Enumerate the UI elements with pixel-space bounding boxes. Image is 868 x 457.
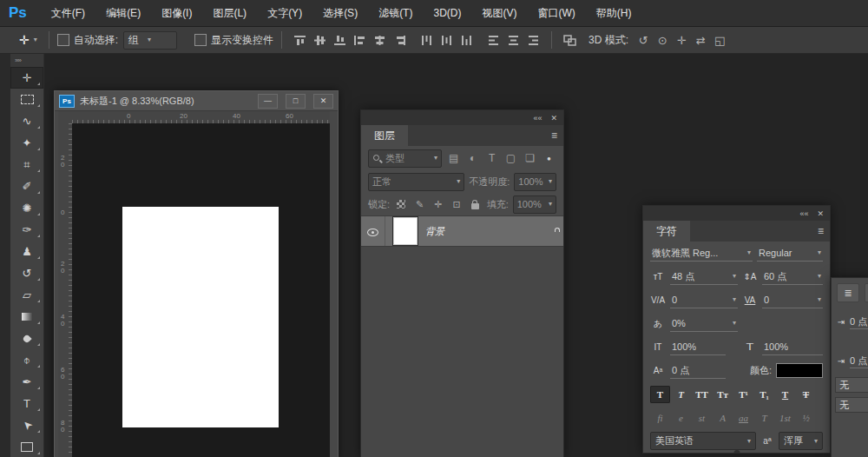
menu-item-help[interactable]: 帮助(H)	[586, 0, 642, 26]
faux-italic-button[interactable]: T	[671, 386, 691, 403]
fill-dropdown[interactable]: 100% ▾	[513, 195, 556, 214]
quick-selection-tool[interactable]: ✦	[10, 132, 43, 154]
filter-shape-layers-icon[interactable]: ▢	[503, 152, 518, 164]
underline-button[interactable]: T	[775, 386, 795, 403]
close-button[interactable]: ✕	[313, 94, 333, 109]
blur-tool[interactable]	[10, 328, 43, 349]
menu-item-view[interactable]: 视图(V)	[471, 0, 527, 26]
filter-adjustment-layers-icon[interactable]: ◐	[465, 152, 480, 164]
fractions-button[interactable]: ½	[796, 413, 816, 423]
filter-smart-objects-icon[interactable]: ❏	[523, 152, 537, 164]
distribute-right-edges-icon[interactable]	[523, 30, 543, 50]
strikethrough-button[interactable]: T	[796, 386, 816, 403]
canvas-area[interactable]	[72, 123, 330, 457]
contextual-alternates-button[interactable]: e	[671, 413, 691, 423]
toolbar-collapse-button[interactable]: »»	[10, 54, 43, 67]
auto-select-dropdown[interactable]: 组 ▾	[123, 31, 177, 50]
horizontal-ruler[interactable]: 0 20 40 60	[72, 111, 330, 124]
tab-character[interactable]: 字符	[643, 221, 690, 242]
collapse-panel-icon[interactable]: ««	[533, 114, 542, 123]
menu-item-image[interactable]: 图像(I)	[151, 0, 202, 26]
auto-align-layers-icon[interactable]	[560, 30, 580, 50]
distribute-top-edges-icon[interactable]	[417, 30, 437, 50]
swash-button[interactable]: A	[713, 413, 733, 423]
align-left-edges-icon[interactable]	[350, 30, 370, 50]
align-right-edges-icon[interactable]	[390, 30, 410, 50]
horizontal-scale-field[interactable]: 100%	[762, 339, 823, 355]
lock-position-icon[interactable]: ✛	[431, 199, 445, 210]
layer-row-background[interactable]: 背景	[361, 215, 563, 247]
font-family-dropdown[interactable]: 微软雅黑 Reg... ▾	[650, 245, 753, 262]
document-titlebar[interactable]: Ps 未标题-1 @ 8.33%(RGB/8) — □ ✕	[55, 91, 338, 111]
menu-item-select[interactable]: 选择(S)	[312, 0, 368, 26]
indent-field-1[interactable]: 0 点	[850, 315, 868, 329]
lock-pixels-icon[interactable]: ✎	[412, 199, 426, 210]
layer-list-empty[interactable]	[361, 247, 563, 457]
mojikumi-dropdown[interactable]: 无	[835, 397, 868, 413]
path-selection-tool[interactable]: ➤	[10, 414, 43, 436]
panel-resize-handle[interactable]	[733, 450, 740, 454]
pen-tool[interactable]: ✒	[10, 371, 43, 393]
align-top-edges-icon[interactable]	[290, 30, 310, 50]
minimize-button[interactable]: —	[258, 94, 278, 109]
crop-tool[interactable]: ⌗	[10, 154, 43, 176]
text-color-swatch[interactable]	[776, 363, 823, 378]
3d-rotate-icon[interactable]: ↺	[634, 34, 653, 47]
blend-mode-dropdown[interactable]: 正常 ▾	[368, 173, 464, 191]
faux-bold-button[interactable]: T	[650, 386, 670, 403]
layer-filter-dropdown[interactable]: 类型 ▾	[368, 149, 442, 168]
opacity-dropdown[interactable]: 100% ▾	[514, 173, 556, 191]
3d-roll-icon[interactable]: ⊙	[653, 34, 672, 47]
maximize-button[interactable]: □	[286, 94, 306, 109]
tool-preset-dropdown[interactable]: ✛ ▾	[19, 33, 37, 47]
lasso-tool[interactable]: ∿	[10, 110, 43, 132]
menu-item-window[interactable]: 窗口(W)	[527, 0, 585, 26]
baseline-shift-field[interactable]: 0 点	[670, 362, 726, 379]
filter-type-layers-icon[interactable]: T	[484, 152, 499, 164]
vertical-scale-field[interactable]: 100%	[670, 339, 726, 355]
gradient-tool[interactable]	[10, 306, 43, 328]
subscript-button[interactable]: T₁	[754, 386, 774, 403]
vertical-ruler[interactable]: 20 0 20 40 60 80	[58, 123, 73, 457]
menu-item-type[interactable]: 文字(Y)	[257, 0, 312, 26]
panel-menu-icon[interactable]: ≡	[818, 225, 830, 237]
kinsoku-dropdown[interactable]: 无	[835, 377, 868, 393]
rectangular-marquee-tool[interactable]	[10, 89, 43, 110]
menu-item-edit[interactable]: 编辑(E)	[95, 0, 151, 26]
layer-thumbnail[interactable]	[393, 217, 418, 245]
align-horizontal-centers-icon[interactable]	[370, 30, 390, 50]
3d-slide-icon[interactable]: ⇄	[691, 34, 710, 47]
menu-item-3d[interactable]: 3D(D)	[423, 0, 471, 26]
justify-button-1[interactable]: ≣	[837, 283, 859, 302]
language-dropdown[interactable]: 美国英语 ▾	[650, 432, 756, 450]
clone-stamp-tool[interactable]: ♟	[10, 241, 43, 262]
discretionary-ligatures-button[interactable]: st	[692, 413, 712, 423]
menu-item-filter[interactable]: 滤镜(T)	[368, 0, 423, 26]
anti-alias-dropdown[interactable]: 浑厚 ▾	[779, 432, 823, 450]
collapse-panel-icon[interactable]: ««	[799, 209, 808, 218]
lock-artboard-icon[interactable]: ⊡	[450, 199, 464, 210]
tab-layers[interactable]: 图层	[361, 125, 408, 146]
panel-menu-icon[interactable]: ≡	[551, 129, 563, 142]
distribute-horizontal-centers-icon[interactable]	[503, 30, 523, 50]
filter-toggle-icon[interactable]: ●	[542, 155, 556, 162]
small-caps-button[interactable]: Tᴛ	[713, 386, 733, 403]
rectangle-tool[interactable]	[10, 436, 43, 457]
eyedropper-tool[interactable]: ✐	[10, 176, 43, 197]
show-transform-checkbox[interactable]	[194, 34, 207, 46]
all-caps-button[interactable]: TT	[692, 386, 712, 403]
history-brush-tool[interactable]: ↺	[10, 262, 43, 284]
brush-tool[interactable]: ✑	[10, 219, 43, 241]
kerning-dropdown[interactable]: 0 ▾	[670, 292, 738, 308]
lock-transparency-icon[interactable]	[394, 200, 408, 209]
spot-healing-brush-tool[interactable]: ✺	[10, 197, 43, 219]
menu-item-file[interactable]: 文件(F)	[41, 0, 95, 26]
menu-item-layer[interactable]: 图层(L)	[202, 0, 257, 26]
3d-scale-icon[interactable]: ◱	[710, 34, 729, 47]
close-panel-icon[interactable]: ✕	[550, 114, 557, 123]
3d-drag-icon[interactable]: ✛	[672, 34, 691, 47]
document-page[interactable]	[122, 207, 279, 427]
distribute-bottom-edges-icon[interactable]	[457, 30, 477, 50]
standard-ligatures-button[interactable]: fi	[650, 413, 670, 423]
dodge-tool[interactable]: ⌽	[10, 349, 43, 371]
